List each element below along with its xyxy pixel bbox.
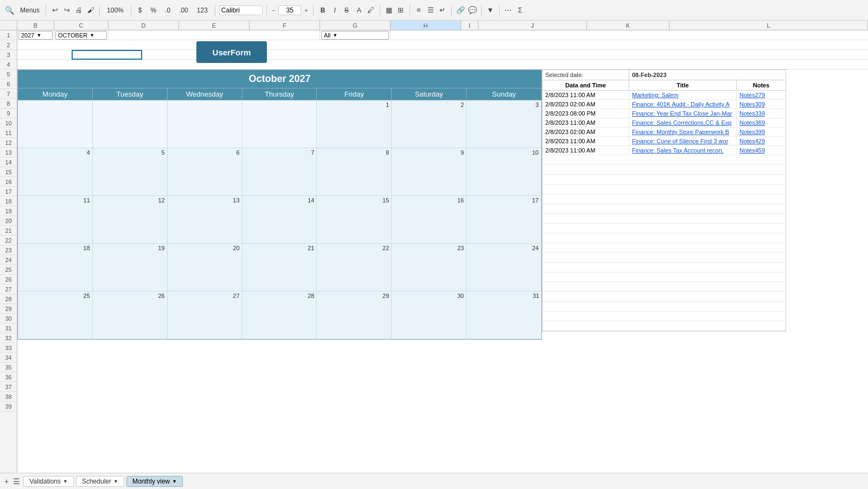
cal-cell-11[interactable]: 11 (18, 196, 93, 244)
col-header-b[interactable]: B (17, 21, 54, 30)
row-37[interactable]: 37 (0, 382, 17, 392)
cal-cell-30[interactable]: 30 (392, 291, 467, 339)
row-22[interactable]: 22 (0, 236, 17, 245)
cal-cell-16[interactable]: 16 (392, 196, 467, 244)
cal-cell-10[interactable]: 10 (467, 148, 541, 196)
font-size-input[interactable] (278, 5, 301, 15)
row-34[interactable]: 34 (0, 353, 17, 363)
rp-title-3[interactable]: Finance: Year End Tax Close Jan-Mar (629, 109, 737, 118)
row-15[interactable]: 15 (0, 167, 17, 177)
add-sheet-icon[interactable]: + (3, 476, 10, 487)
rp-title-4[interactable]: Finance: Sales Corrections,CC & Exp (629, 118, 737, 127)
zoom-selector[interactable]: 100% (104, 5, 127, 16)
cal-cell-3[interactable]: 3 (467, 100, 541, 148)
row-20[interactable]: 20 (0, 216, 17, 226)
align-left-icon[interactable]: ≡ (414, 5, 424, 15)
row-6[interactable]: 6 (0, 79, 17, 89)
col-header-h[interactable]: H (391, 21, 461, 30)
menus-label[interactable]: Menus (18, 5, 42, 15)
row-28[interactable]: 28 (0, 294, 17, 304)
cal-cell-21[interactable]: 21 (242, 244, 317, 291)
cal-cell-24[interactable]: 24 (467, 244, 541, 291)
col-header-g[interactable]: G (320, 21, 391, 30)
rp-notes-5[interactable]: Notes399 (737, 128, 786, 136)
row-24[interactable]: 24 (0, 255, 17, 265)
rp-notes-2[interactable]: Notes309 (737, 100, 786, 109)
paint-format-icon[interactable]: 🖌 (86, 5, 95, 15)
selected-cell-indicator[interactable] (72, 50, 142, 60)
cal-cell-26[interactable]: 26 (93, 291, 168, 339)
rp-notes-7[interactable]: Notes459 (737, 146, 786, 155)
rp-notes-1[interactable]: Notes279 (737, 91, 786, 99)
cal-cell-w1-wed[interactable] (168, 100, 242, 148)
border-icon[interactable]: ▦ (384, 5, 394, 15)
row-25[interactable]: 25 (0, 265, 17, 275)
row-2[interactable]: 2 (0, 40, 17, 50)
cal-cell-28[interactable]: 28 (242, 291, 317, 339)
filter-icon[interactable]: ▼ (486, 5, 495, 15)
rp-title-1[interactable]: Marketing: Salem (629, 91, 737, 99)
cal-cell-2[interactable]: 2 (392, 100, 467, 148)
cal-cell-9[interactable]: 9 (392, 148, 467, 196)
cal-cell-14[interactable]: 14 (242, 196, 317, 244)
row-29[interactable]: 29 (0, 304, 17, 314)
cal-cell-w1-thu[interactable] (242, 100, 317, 148)
redo-icon[interactable]: ↪ (62, 5, 72, 15)
italic-btn[interactable]: I (330, 5, 339, 16)
sigma-icon[interactable]: Σ (515, 5, 525, 15)
cal-cell-5[interactable]: 5 (93, 148, 168, 196)
row-36[interactable]: 36 (0, 372, 17, 382)
cal-cell-7[interactable]: 7 (242, 148, 317, 196)
cal-cell-1[interactable]: 1 (317, 100, 392, 148)
sheet-list-icon[interactable]: ☰ (12, 476, 21, 487)
col-header-l[interactable]: L (669, 21, 868, 30)
cal-cell-29[interactable]: 29 (317, 291, 392, 339)
cal-cell-17[interactable]: 17 (467, 196, 541, 244)
row-33[interactable]: 33 (0, 343, 17, 353)
row-3[interactable]: 3 (0, 50, 17, 60)
col-header-d[interactable]: D (108, 21, 179, 30)
wrap-icon[interactable]: ↵ (438, 5, 448, 15)
undo-icon[interactable]: ↩ (50, 5, 60, 15)
tab-monthly-view[interactable]: Monthly view ▼ (126, 476, 183, 487)
row-23[interactable]: 23 (0, 245, 17, 255)
row-26[interactable]: 26 (0, 275, 17, 284)
userform-button[interactable]: UserForm (196, 41, 267, 63)
row-7[interactable]: 7 (0, 89, 17, 99)
row-31[interactable]: 31 (0, 323, 17, 333)
row-11[interactable]: 11 (0, 128, 17, 138)
row-16[interactable]: 16 (0, 177, 17, 187)
font-color-icon[interactable]: A (354, 5, 364, 15)
plus-font-icon[interactable]: + (303, 7, 309, 14)
col-header-e[interactable]: E (179, 21, 250, 30)
rp-title-5[interactable]: Finance: Monthly Store Paperwork B (629, 128, 737, 136)
print-icon[interactable]: 🖨 (74, 5, 84, 15)
cal-cell-15[interactable]: 15 (317, 196, 392, 244)
highlight-icon[interactable]: 🖊 (366, 5, 376, 15)
row-17[interactable]: 17 (0, 187, 17, 196)
row-8[interactable]: 8 (0, 99, 17, 109)
link-icon[interactable]: 🔗 (456, 5, 465, 15)
cal-cell-22[interactable]: 22 (317, 244, 392, 291)
percent-btn[interactable]: % (147, 5, 159, 16)
tab-validations[interactable]: Validations ▼ (23, 476, 74, 487)
row-4[interactable]: 4 (0, 60, 17, 69)
row-9[interactable]: 9 (0, 109, 17, 118)
cal-cell-8[interactable]: 8 (317, 148, 392, 196)
minus-font-icon[interactable]: − (271, 7, 276, 14)
cal-cell-23[interactable]: 23 (392, 244, 467, 291)
cal-cell-6[interactable]: 6 (168, 148, 242, 196)
row-1[interactable]: 1 (0, 30, 17, 40)
currency-btn[interactable]: $ (135, 5, 145, 16)
decimal00-btn[interactable]: .00 (176, 5, 192, 16)
merge-icon[interactable]: ⊞ (396, 5, 406, 15)
row-30[interactable]: 30 (0, 314, 17, 323)
row-12[interactable]: 12 (0, 138, 17, 148)
cal-cell-12[interactable]: 12 (93, 196, 168, 244)
year-dropdown[interactable]: 2027 ▼ (18, 31, 53, 40)
cal-cell-19[interactable]: 19 (93, 244, 168, 291)
col-header-f[interactable]: F (250, 21, 320, 30)
row-21[interactable]: 21 (0, 226, 17, 236)
row-10[interactable]: 10 (0, 118, 17, 128)
row-18[interactable]: 18 (0, 196, 17, 206)
